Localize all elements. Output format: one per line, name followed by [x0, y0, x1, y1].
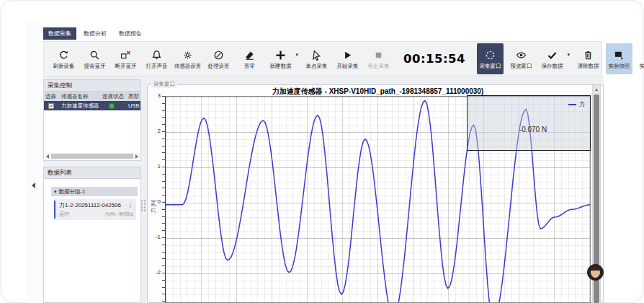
search-icon [89, 49, 101, 61]
horizontal-scrollbar[interactable] [45, 153, 140, 159]
item-accent-bar [54, 201, 55, 219]
refresh-device-button[interactable]: 刷新设备 [50, 43, 77, 74]
y-tick-label: 2 [143, 128, 161, 134]
refresh-icon [58, 49, 70, 61]
legend-label: 力 [579, 100, 585, 108]
eye-icon [515, 49, 527, 61]
column-header: 类型 [127, 93, 140, 100]
snapshot-icon [613, 49, 625, 61]
app-window: 数据采集数据分析数据报告 刷新设备搜索蓝牙断开蓝牙打开声音传感器设置处理设置置零… [0, 0, 644, 303]
pointer-icon [310, 49, 323, 61]
data-group-row[interactable]: ▾ 数据分组-1 [51, 187, 138, 196]
y-tick-label: -1 [143, 234, 161, 240]
start-collect-button[interactable]: 开始采集 [334, 43, 361, 74]
dropdown-caret-icon[interactable]: ▾ [295, 52, 298, 58]
toolbar-button-label: 传感器设置 [174, 63, 202, 69]
toolbar-button-label: 新建数据 [270, 63, 292, 69]
save-data-button[interactable]: ▾保存数据 [539, 43, 565, 74]
gear-icon [182, 49, 194, 61]
toolbar-button-label: 实验录制 [640, 63, 644, 69]
experiment-record-button[interactable]: 实验录制 [637, 43, 644, 74]
toolbar-button-label: 打开声音 [146, 63, 168, 69]
tab-data-report[interactable]: 数据报告 [114, 27, 147, 40]
h-scrollbar-thumb[interactable] [51, 154, 133, 159]
open-sound-button[interactable]: 打开声音 [143, 43, 170, 74]
preview-window-button[interactable]: 预览窗口 [508, 43, 535, 74]
main-tabs: 数据采集数据分析数据报告 [43, 27, 147, 40]
item-menu-icon[interactable]: ⋮ [128, 203, 133, 208]
experiment-snapshot-button[interactable]: 实验快照 [606, 43, 632, 74]
play-icon [341, 49, 354, 61]
sensor-name: 力加速度传感器 [60, 102, 101, 110]
scroll-up-icon[interactable]: ▲ [593, 85, 600, 94]
toolbar-button-label: 单点采集 [306, 63, 328, 69]
y-tick-label: 3 [143, 92, 161, 99]
toolbar-button-label: 保存数据 [542, 63, 563, 69]
data-group-label: 数据分组-1 [59, 188, 86, 196]
collect-window-button[interactable]: 采集窗口 [477, 43, 504, 74]
column-header: 连接状态 [101, 93, 127, 100]
status-dot-icon [109, 104, 114, 108]
compass-icon [213, 49, 225, 61]
plus-icon [274, 49, 287, 61]
y-tick-label: -2 [143, 269, 161, 276]
data-list-panel: 数据列表 ▾ 数据分组-1 力1-2-20251112-042506 ⋮ 运行 … [43, 167, 141, 303]
search-bluetooth-button[interactable]: 搜索蓝牙 [81, 43, 108, 74]
tab-data-analysis[interactable]: 数据分析 [79, 27, 112, 40]
toolbar-button-label: 开始采集 [337, 63, 359, 69]
clear-data-button[interactable]: 清除数据 [575, 43, 601, 74]
bell-icon [151, 49, 163, 61]
single-point-collect-button[interactable]: 单点采集 [303, 43, 330, 74]
tree-expand-icon[interactable]: ▾ [54, 189, 57, 195]
sensor-table-body: 力加速度传感器USB [44, 101, 140, 110]
stop-icon [372, 49, 385, 61]
bt-disconnect-icon [120, 49, 132, 61]
toolbar-button-label: 处理设置 [208, 63, 230, 69]
sensor-table-header: 选择传感器名称连接状态类型 [44, 92, 140, 101]
sensor-settings-button[interactable]: 传感器设置 [174, 43, 201, 74]
toolbar-button-label: 搜索蓝牙 [84, 63, 106, 69]
data-item-status: 运行 [59, 211, 69, 218]
toolbar: 刷新设备搜索蓝牙断开蓝牙打开声音传感器设置处理设置置零▾新建数据单点采集开始采集… [43, 41, 602, 76]
data-list-title: 数据列表 [44, 167, 140, 179]
dashed-circle-icon [484, 49, 496, 61]
column-header: 传感器名称 [60, 93, 101, 100]
toolbar-button-label: 断开蓝牙 [115, 63, 137, 69]
value-annotation: -0.070 N [501, 126, 565, 133]
collect-timer: 00:15:54 [403, 52, 465, 66]
sensor-checkbox[interactable] [48, 103, 54, 109]
collapse-arrow-icon[interactable] [32, 183, 35, 188]
scroll-left-icon[interactable] [45, 153, 50, 159]
assistant-avatar[interactable] [587, 264, 604, 281]
toolbar-button-label: 刷新设备 [53, 63, 75, 69]
toolbar-button-label: 采集窗口 [480, 63, 501, 69]
toolbar-button-label: 清除数据 [578, 63, 599, 69]
disconnect-bluetooth-button[interactable]: 断开蓝牙 [112, 43, 139, 74]
scroll-right-icon[interactable] [134, 153, 140, 159]
collection-control-panel: 采集控制 选择传感器名称连接状态类型 力加速度传感器USB [43, 79, 141, 161]
chart-legend: 力 [568, 100, 585, 108]
avatar-face-icon [591, 267, 600, 278]
stop-collect-button[interactable]: 停止采集 [365, 43, 392, 74]
collection-control-title: 采集控制 [44, 80, 140, 92]
process-settings-button[interactable]: 处理设置 [205, 43, 232, 74]
dropdown-caret-icon[interactable]: ▾ [568, 52, 571, 58]
y-tick-label: 1 [143, 163, 161, 170]
data-item-title: 力1-2-20251112-042506 [59, 201, 121, 209]
legend-line-icon [568, 104, 576, 105]
y-axis-label: 力 [N] [150, 190, 157, 222]
column-header: 选择 [44, 93, 60, 100]
check-icon [546, 49, 558, 61]
tab-data-collect[interactable]: 数据采集 [43, 27, 76, 40]
toolbar-button-label: 预览窗口 [511, 63, 532, 69]
set-zero-button[interactable]: 置零 [236, 43, 263, 74]
eraser-icon [243, 49, 256, 61]
sidebar-collapse-strip [26, 22, 43, 303]
trash-icon [582, 49, 594, 61]
toolbar-button-label: 置零 [244, 63, 255, 69]
toolbar-button-label: 实验快照 [609, 63, 630, 69]
toolbar-button-label: 停止采集 [368, 63, 390, 69]
sensor-row[interactable]: 力加速度传感器USB [44, 101, 140, 110]
data-item[interactable]: 力1-2-20251112-042506 ⋮ 运行 力/N - 时间/s [54, 199, 136, 220]
new-data-button[interactable]: ▾新建数据 [267, 43, 294, 74]
